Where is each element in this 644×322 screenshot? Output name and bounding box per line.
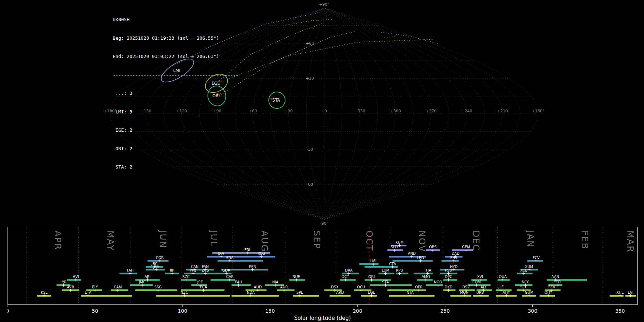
shower-bar-CAM [111, 289, 128, 291]
shower-label-GEM: GEM [462, 245, 470, 249]
x-axis-title: Solar longitude (deg) [294, 315, 351, 321]
count-sta: STA: 2 [113, 164, 239, 170]
shower-label-XHE: XHE [616, 291, 624, 294]
shower-label-AMO: AMO [421, 275, 430, 279]
shower-bar-AAN [547, 279, 587, 281]
shower-label-RPU: RPU [396, 268, 403, 272]
shower-label-NDA: NDA [247, 291, 255, 294]
shower-bar-COR [147, 260, 169, 262]
lat-label: -30 [307, 147, 313, 152]
shower-label-OCT: OCT [342, 275, 350, 279]
shower-label-THA: THA [424, 268, 431, 272]
grid-meridian [324, 8, 449, 220]
axis-tick-label: 150 [265, 308, 275, 314]
month-label-JUL: JUL [209, 230, 219, 247]
shower-label-STA: STA [382, 280, 389, 284]
axis-tick-label: 50 [92, 308, 98, 314]
shower-bar-OCT [340, 279, 356, 281]
shower-label-PPS: PPS [190, 268, 196, 272]
shower-label-AVB: AVB [67, 285, 74, 289]
shower-label-LEO: LEO [417, 256, 424, 260]
shower-label-EGE: EGE [368, 291, 375, 294]
shower-label-MON: MON [460, 291, 469, 294]
shower-label-XUM: XUM [525, 265, 533, 269]
grid-meridian [306, 8, 324, 220]
shower-label-DSV: DSV [462, 285, 470, 289]
lon-label: +30 [284, 109, 293, 113]
begin-time: Beg: 20251020 01:19:33 (sol = 206.55°) [113, 35, 239, 41]
station-id: UK005H [113, 16, 239, 23]
month-label-NOV: NOV [417, 230, 427, 252]
lat-label: +90° [319, 2, 330, 7]
shower-label-XCB: XCB [520, 268, 527, 272]
meteor-radiant-app: LMIEGEORISTA+180°+150+120+90+60+30+0+330… [0, 0, 644, 322]
shower-label-GDR: GDR [222, 268, 230, 272]
end-time: End: 20251020 03:03:22 (sol = 206.63°) [113, 53, 239, 59]
shower-bar-DRA [342, 273, 359, 274]
shower-label-JMC: JMC [138, 280, 146, 284]
shower-label-GUM: GUM [525, 291, 533, 294]
shower-label-FAN: FAN [202, 265, 209, 269]
shower-label-CAP: CAP [226, 275, 233, 279]
shower-label-LUM: LUM [382, 268, 389, 272]
axis-tick-label: 100 [178, 308, 187, 314]
shower-label-ETA: ETA [85, 291, 92, 294]
shower-label-CAM: CAM [114, 285, 122, 289]
shower-label-PSU: PSU [445, 268, 452, 272]
meteor-track [313, 47, 353, 197]
shower-bar-STA [370, 284, 412, 286]
month-label-JUN: JUN [158, 230, 168, 248]
axis-tick-label: 200 [353, 308, 362, 314]
shower-label-SDA: SDA [226, 256, 234, 260]
shower-label-JEA: JEA [153, 265, 159, 269]
chart-border [8, 227, 638, 305]
radiant-label-STA: STA [272, 98, 280, 103]
shower-label-NIA: NIA [272, 280, 278, 284]
axis-tick-label: 250 [440, 308, 450, 314]
shower-label-EHY: EHY [450, 256, 458, 260]
grid-meridian [235, 8, 324, 220]
shower-label-OHY: OHY [545, 291, 552, 294]
shower-label-OBS: OBS [429, 245, 436, 249]
shower-bar-TAH [119, 273, 137, 274]
shower-bar-CAP [210, 279, 235, 281]
shower-label-ARD: ARD [336, 291, 344, 294]
shower-bar-SSG [135, 289, 177, 291]
shower-label-CTA: CTA [389, 262, 396, 266]
count-ege: EGE: 2 [113, 127, 239, 133]
activity-timeline-chart: APRMAYJUNJULAUGSEPOCTNOVDECJANFEBMARKUMS… [8, 227, 638, 322]
shower-bar-SDA [218, 260, 263, 262]
shower-label-FEV: FEV [548, 285, 555, 289]
month-label-JAN: JAN [525, 230, 536, 248]
month-label-MAR: MAR [625, 230, 635, 253]
month-label-APR: APR [53, 230, 63, 250]
shower-bar-MON [450, 295, 472, 297]
shower-bar-NZC [156, 295, 230, 297]
axis-tick-label: 300 [528, 308, 537, 314]
shower-label-PER: PER [249, 265, 256, 269]
count-sporadic: ...: 3 [113, 90, 239, 96]
shower-label-KUM: KUM [396, 240, 404, 244]
shower-label-XVI: XVI [477, 275, 483, 279]
meteor-track [286, 19, 333, 25]
shower-bar-HVI [67, 279, 81, 281]
shower-label-AUR: AUR [280, 285, 288, 289]
month-label-AUG: AUG [259, 230, 270, 252]
shower-label-JLE: JLE [498, 285, 504, 289]
shower-label-KSE: KSE [41, 291, 48, 294]
shower-label-JXA: JXA [218, 252, 224, 255]
shower-label-NOO: NOO [434, 280, 442, 284]
shower-bar-SPE [293, 295, 319, 297]
lon-label: +60 [249, 109, 257, 113]
shower-label-COM: COM [472, 280, 480, 284]
lat-label: +60 [306, 41, 314, 46]
count-lmi: LMI: 3 [113, 109, 239, 115]
shower-label-QUA: QUA [499, 275, 507, 279]
shower-label-IIP: IIP [170, 268, 174, 272]
shower-label-LYR: LYR [60, 280, 67, 284]
meteor-track [384, 36, 398, 38]
lon-label: +0 [321, 109, 327, 113]
shower-label-SLD: SLD [391, 245, 398, 249]
lon-label: +330 [355, 109, 365, 113]
meteor-track [381, 32, 440, 44]
